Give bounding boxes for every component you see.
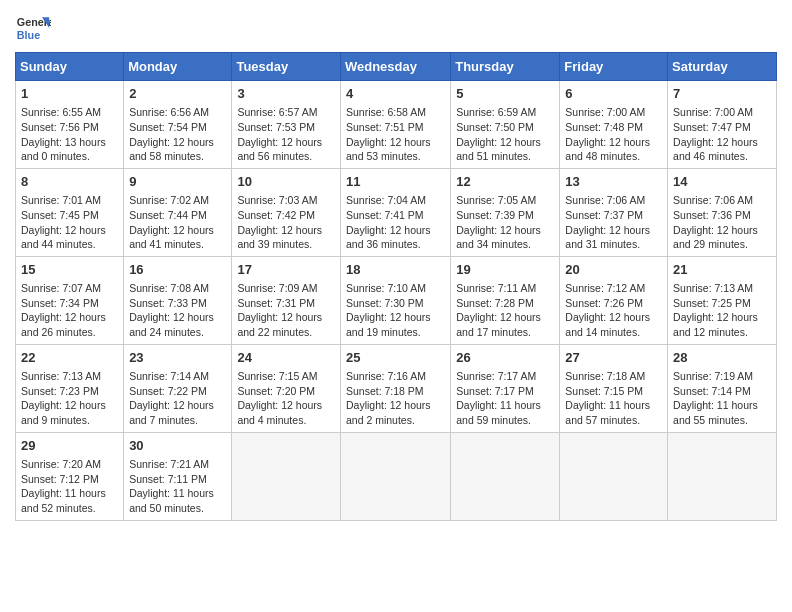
- day-info-line: and 46 minutes.: [673, 149, 771, 164]
- day-info-line: Sunset: 7:14 PM: [673, 384, 771, 399]
- day-info-line: Sunrise: 6:59 AM: [456, 105, 554, 120]
- day-info-line: Sunrise: 7:12 AM: [565, 281, 662, 296]
- calendar-cell: 28Sunrise: 7:19 AMSunset: 7:14 PMDayligh…: [668, 344, 777, 432]
- day-info-line: Sunrise: 7:00 AM: [565, 105, 662, 120]
- day-info-line: Daylight: 12 hours: [456, 135, 554, 150]
- day-info-line: Sunset: 7:48 PM: [565, 120, 662, 135]
- day-info-line: Daylight: 11 hours: [129, 486, 226, 501]
- day-number: 5: [456, 85, 554, 103]
- day-number: 7: [673, 85, 771, 103]
- day-info-line: and 12 minutes.: [673, 325, 771, 340]
- calendar-cell: 29Sunrise: 7:20 AMSunset: 7:12 PMDayligh…: [16, 432, 124, 520]
- day-info-line: Sunrise: 7:11 AM: [456, 281, 554, 296]
- logo-icon: General Blue: [15, 10, 51, 46]
- calendar-cell: [340, 432, 450, 520]
- calendar-cell: 8Sunrise: 7:01 AMSunset: 7:45 PMDaylight…: [16, 168, 124, 256]
- day-info-line: Sunset: 7:17 PM: [456, 384, 554, 399]
- day-number: 21: [673, 261, 771, 279]
- day-number: 23: [129, 349, 226, 367]
- day-info-line: Sunrise: 7:09 AM: [237, 281, 335, 296]
- day-info-line: Daylight: 12 hours: [346, 398, 445, 413]
- day-number: 10: [237, 173, 335, 191]
- day-info-line: and 51 minutes.: [456, 149, 554, 164]
- day-info-line: and 58 minutes.: [129, 149, 226, 164]
- day-number: 28: [673, 349, 771, 367]
- day-info-line: and 57 minutes.: [565, 413, 662, 428]
- day-info-line: Daylight: 13 hours: [21, 135, 118, 150]
- calendar-cell: 26Sunrise: 7:17 AMSunset: 7:17 PMDayligh…: [451, 344, 560, 432]
- day-info-line: and 53 minutes.: [346, 149, 445, 164]
- day-number: 4: [346, 85, 445, 103]
- calendar-cell: 7Sunrise: 7:00 AMSunset: 7:47 PMDaylight…: [668, 81, 777, 169]
- day-info-line: and 56 minutes.: [237, 149, 335, 164]
- day-info-line: Daylight: 12 hours: [237, 135, 335, 150]
- calendar-cell: 3Sunrise: 6:57 AMSunset: 7:53 PMDaylight…: [232, 81, 341, 169]
- day-info-line: Sunrise: 7:21 AM: [129, 457, 226, 472]
- day-info-line: Daylight: 12 hours: [346, 310, 445, 325]
- calendar-cell: [232, 432, 341, 520]
- day-number: 2: [129, 85, 226, 103]
- day-number: 15: [21, 261, 118, 279]
- calendar-body: 1Sunrise: 6:55 AMSunset: 7:56 PMDaylight…: [16, 81, 777, 521]
- day-info-line: Sunset: 7:50 PM: [456, 120, 554, 135]
- day-info-line: Sunrise: 7:15 AM: [237, 369, 335, 384]
- day-info-line: Sunrise: 7:16 AM: [346, 369, 445, 384]
- day-info-line: and 22 minutes.: [237, 325, 335, 340]
- day-info-line: Sunset: 7:30 PM: [346, 296, 445, 311]
- day-info-line: Sunrise: 6:55 AM: [21, 105, 118, 120]
- day-info-line: Sunrise: 7:03 AM: [237, 193, 335, 208]
- calendar-cell: 13Sunrise: 7:06 AMSunset: 7:37 PMDayligh…: [560, 168, 668, 256]
- day-info-line: Sunrise: 7:00 AM: [673, 105, 771, 120]
- day-info-line: Sunrise: 6:58 AM: [346, 105, 445, 120]
- calendar-cell: 30Sunrise: 7:21 AMSunset: 7:11 PMDayligh…: [124, 432, 232, 520]
- day-info-line: Sunrise: 7:18 AM: [565, 369, 662, 384]
- calendar-week-4: 22Sunrise: 7:13 AMSunset: 7:23 PMDayligh…: [16, 344, 777, 432]
- calendar-cell: 2Sunrise: 6:56 AMSunset: 7:54 PMDaylight…: [124, 81, 232, 169]
- calendar-header-row: SundayMondayTuesdayWednesdayThursdayFrid…: [16, 53, 777, 81]
- day-info-line: Sunset: 7:23 PM: [21, 384, 118, 399]
- day-number: 19: [456, 261, 554, 279]
- calendar-cell: 23Sunrise: 7:14 AMSunset: 7:22 PMDayligh…: [124, 344, 232, 432]
- calendar-cell: 21Sunrise: 7:13 AMSunset: 7:25 PMDayligh…: [668, 256, 777, 344]
- day-info-line: Sunset: 7:53 PM: [237, 120, 335, 135]
- day-info-line: Sunset: 7:28 PM: [456, 296, 554, 311]
- day-info-line: Daylight: 11 hours: [21, 486, 118, 501]
- day-info-line: and 24 minutes.: [129, 325, 226, 340]
- day-info-line: and 7 minutes.: [129, 413, 226, 428]
- day-info-line: Sunrise: 7:01 AM: [21, 193, 118, 208]
- day-info-line: Daylight: 12 hours: [565, 223, 662, 238]
- day-info-line: Sunset: 7:20 PM: [237, 384, 335, 399]
- calendar-cell: 16Sunrise: 7:08 AMSunset: 7:33 PMDayligh…: [124, 256, 232, 344]
- calendar-header-monday: Monday: [124, 53, 232, 81]
- calendar-cell: [451, 432, 560, 520]
- calendar-week-3: 15Sunrise: 7:07 AMSunset: 7:34 PMDayligh…: [16, 256, 777, 344]
- day-number: 25: [346, 349, 445, 367]
- calendar-cell: [668, 432, 777, 520]
- day-info-line: and 9 minutes.: [21, 413, 118, 428]
- day-number: 13: [565, 173, 662, 191]
- day-number: 12: [456, 173, 554, 191]
- calendar-header-thursday: Thursday: [451, 53, 560, 81]
- day-info-line: Sunset: 7:31 PM: [237, 296, 335, 311]
- day-info-line: Sunset: 7:11 PM: [129, 472, 226, 487]
- day-info-line: Sunset: 7:22 PM: [129, 384, 226, 399]
- day-info-line: and 44 minutes.: [21, 237, 118, 252]
- day-number: 27: [565, 349, 662, 367]
- day-info-line: Sunrise: 6:57 AM: [237, 105, 335, 120]
- day-info-line: and 4 minutes.: [237, 413, 335, 428]
- day-info-line: Daylight: 11 hours: [673, 398, 771, 413]
- day-info-line: Daylight: 12 hours: [237, 398, 335, 413]
- calendar-cell: 25Sunrise: 7:16 AMSunset: 7:18 PMDayligh…: [340, 344, 450, 432]
- day-info-line: and 55 minutes.: [673, 413, 771, 428]
- calendar-cell: 12Sunrise: 7:05 AMSunset: 7:39 PMDayligh…: [451, 168, 560, 256]
- calendar-cell: 19Sunrise: 7:11 AMSunset: 7:28 PMDayligh…: [451, 256, 560, 344]
- day-number: 18: [346, 261, 445, 279]
- calendar-cell: 11Sunrise: 7:04 AMSunset: 7:41 PMDayligh…: [340, 168, 450, 256]
- calendar-week-5: 29Sunrise: 7:20 AMSunset: 7:12 PMDayligh…: [16, 432, 777, 520]
- day-info-line: Sunrise: 7:08 AM: [129, 281, 226, 296]
- day-info-line: Sunrise: 7:19 AM: [673, 369, 771, 384]
- calendar-cell: 9Sunrise: 7:02 AMSunset: 7:44 PMDaylight…: [124, 168, 232, 256]
- day-info-line: Sunrise: 7:13 AM: [673, 281, 771, 296]
- day-info-line: and 50 minutes.: [129, 501, 226, 516]
- day-info-line: Sunrise: 7:17 AM: [456, 369, 554, 384]
